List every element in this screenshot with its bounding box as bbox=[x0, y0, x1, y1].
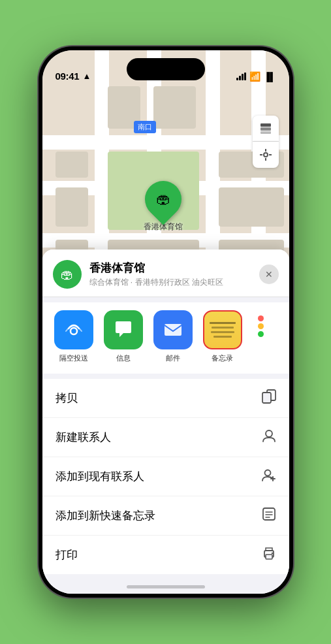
sheet-header: 🏟 香港体育馆 综合体育馆 · 香港特别行政区 油尖旺区 ✕ bbox=[42, 250, 289, 297]
more-dots bbox=[255, 310, 266, 342]
share-item-notes[interactable]: 备忘录 bbox=[202, 310, 244, 363]
share-item-airdrop[interactable]: 隔空投送 bbox=[53, 310, 95, 363]
mail-icon bbox=[153, 310, 193, 349]
svg-rect-21 bbox=[266, 555, 272, 559]
status-time: 09:41 bbox=[55, 71, 80, 82]
add-note-label: 添加到新快速备忘录 bbox=[55, 508, 155, 523]
action-item-add-note[interactable]: 添加到新快速备忘录 bbox=[42, 496, 289, 536]
print-icon bbox=[262, 546, 276, 564]
share-item-messages[interactable]: 信息 bbox=[102, 310, 144, 363]
svg-point-3 bbox=[264, 153, 268, 157]
notes-label: 备忘录 bbox=[212, 353, 233, 363]
new-contact-icon bbox=[262, 428, 276, 446]
marker-venue-icon: 🏟 bbox=[156, 191, 170, 208]
venue-description: 综合体育馆 · 香港特别行政区 油尖旺区 bbox=[89, 277, 251, 288]
print-label: 打印 bbox=[55, 547, 78, 562]
share-item-more[interactable] bbox=[251, 310, 271, 363]
add-existing-label: 添加到现有联系人 bbox=[55, 469, 144, 484]
venue-info: 香港体育馆 综合体育馆 · 香港特别行政区 油尖旺区 bbox=[89, 261, 251, 288]
svg-rect-0 bbox=[260, 123, 271, 127]
marker-pin: 🏟 bbox=[137, 173, 189, 225]
signal-icon bbox=[236, 72, 246, 80]
action-item-copy[interactable]: 拷贝 bbox=[42, 379, 289, 418]
map-button-group bbox=[253, 116, 279, 168]
location-arrow-icon: ▲ bbox=[82, 71, 91, 81]
notes-icon bbox=[203, 310, 242, 349]
action-list: 拷贝 新建联系人 bbox=[42, 379, 289, 574]
messages-label: 信息 bbox=[116, 353, 131, 363]
svg-rect-1 bbox=[260, 127, 271, 131]
map-location-button[interactable] bbox=[253, 142, 279, 168]
share-item-mail[interactable]: 邮件 bbox=[152, 310, 194, 363]
wifi-icon: 📶 bbox=[249, 71, 260, 82]
home-indicator bbox=[127, 585, 205, 588]
close-button[interactable]: ✕ bbox=[259, 265, 279, 284]
battery-icon: ▐▌ bbox=[264, 72, 276, 82]
airdrop-label: 隔空投送 bbox=[59, 353, 88, 363]
add-existing-icon bbox=[262, 468, 276, 485]
messages-icon bbox=[104, 310, 143, 349]
svg-rect-9 bbox=[165, 324, 181, 336]
map-layers-button[interactable] bbox=[253, 116, 279, 142]
svg-point-13 bbox=[264, 470, 270, 476]
action-item-add-existing[interactable]: 添加到现有联系人 bbox=[42, 457, 289, 496]
action-item-new-contact[interactable]: 新建联系人 bbox=[42, 418, 289, 457]
action-item-print[interactable]: 打印 bbox=[42, 536, 289, 574]
add-note-icon bbox=[262, 507, 276, 524]
svg-rect-11 bbox=[262, 393, 271, 403]
share-items-list: 隔空投送 信息 bbox=[53, 310, 279, 363]
phone-screen: 09:41 ▲ 📶 ▐▌ bbox=[42, 50, 289, 594]
svg-point-12 bbox=[266, 430, 272, 437]
copy-icon bbox=[262, 389, 276, 407]
svg-rect-16 bbox=[263, 508, 275, 520]
airdrop-icon bbox=[54, 310, 93, 349]
dynamic-island bbox=[127, 58, 205, 80]
phone-frame: 09:41 ▲ 📶 ▐▌ bbox=[39, 46, 293, 598]
copy-label: 拷贝 bbox=[55, 391, 78, 406]
new-contact-label: 新建联系人 bbox=[55, 430, 111, 445]
svg-rect-2 bbox=[260, 131, 271, 134]
svg-point-22 bbox=[271, 553, 272, 554]
status-icons: 📶 ▐▌ bbox=[236, 71, 276, 82]
share-row: 隔空投送 信息 bbox=[42, 302, 289, 374]
bottom-sheet: 🏟 香港体育馆 综合体育馆 · 香港特别行政区 油尖旺区 ✕ bbox=[42, 250, 289, 594]
mail-label: 邮件 bbox=[166, 353, 180, 363]
venue-name: 香港体育馆 bbox=[89, 261, 251, 276]
venue-circle-icon: 🏟 bbox=[53, 260, 82, 289]
svg-point-8 bbox=[71, 328, 77, 334]
venue-marker[interactable]: 🏟 香港体育馆 bbox=[144, 181, 183, 233]
map-location-label: 南口 bbox=[134, 121, 156, 133]
